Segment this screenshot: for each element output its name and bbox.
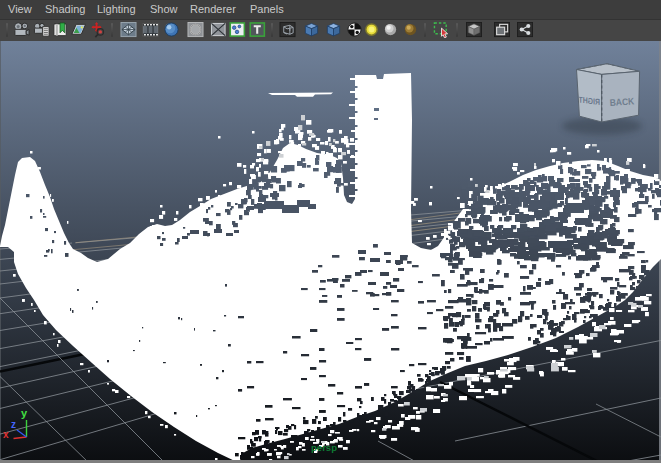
svg-text:BACK: BACK — [609, 95, 634, 108]
svg-text:persp: persp — [311, 442, 337, 453]
svg-text:z: z — [11, 419, 16, 430]
svg-text:y: y — [21, 407, 28, 419]
svg-text:x: x — [3, 429, 9, 440]
